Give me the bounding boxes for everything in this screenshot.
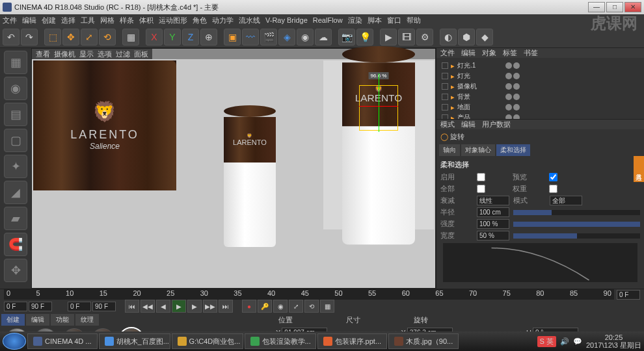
object-row[interactable]: ▸摄像机 <box>439 81 641 92</box>
falloff-field[interactable] <box>477 196 509 205</box>
tray-icon[interactable]: 🔊 <box>560 337 569 346</box>
object-row[interactable]: ▸灯光.1 <box>439 60 641 71</box>
menu-item[interactable]: 文件 <box>3 16 17 25</box>
taskbar-item[interactable]: 胡桃木_百度图... <box>99 333 170 349</box>
extra-tool-3[interactable]: ◆ <box>476 29 493 46</box>
model-mode-button[interactable]: ◉ <box>4 77 27 100</box>
key-scale-button[interactable]: ⤢ <box>289 300 303 313</box>
radius-field[interactable] <box>477 207 509 217</box>
minimize-button[interactable]: — <box>588 2 605 12</box>
viewport-tab[interactable]: 查看 <box>36 49 50 59</box>
point-mode-button[interactable]: ✦ <box>4 155 27 178</box>
make-editable-button[interactable]: ▦ <box>4 51 27 74</box>
material-tab[interactable]: 纹理 <box>75 314 99 326</box>
goto-start-button[interactable]: ⏮ <box>125 300 139 313</box>
menu-item[interactable]: 脚本 <box>368 16 382 25</box>
extra-tool-2[interactable]: ⬢ <box>458 29 475 46</box>
viewport[interactable]: 查看摄像机显示选项过滤面板 🦁 LARENTO Salience 🦁LARENT… <box>31 48 436 289</box>
menu-item[interactable]: 选择 <box>61 16 75 25</box>
objmgr-tab[interactable]: 编辑 <box>461 48 476 58</box>
material-tab[interactable]: 编辑 <box>26 314 49 326</box>
texture-mode-button[interactable]: ▤ <box>4 103 27 126</box>
play-button[interactable]: ▶ <box>172 300 186 313</box>
menu-item[interactable]: 渲染 <box>348 16 362 25</box>
edge-mode-button[interactable]: ◢ <box>4 181 27 204</box>
spline-tool[interactable]: 〰 <box>242 29 259 46</box>
key-pos-button[interactable]: ◉ <box>273 300 288 313</box>
maximize-button[interactable]: □ <box>606 2 623 12</box>
object-manager[interactable]: ▸灯光.1▸灯光▸摄像机▸背景▸地面▸产品▸上▸纸质▸下 <box>436 58 644 119</box>
redo-button[interactable]: ↷ <box>21 29 38 46</box>
taskbar-item[interactable]: 木质.jpg（90... <box>388 333 459 349</box>
width-field[interactable] <box>477 231 509 240</box>
menu-item[interactable]: 帮助 <box>407 16 421 25</box>
attr-tab[interactable]: 柔和选择 <box>496 144 530 156</box>
attr-menu-item[interactable]: 用户数据 <box>482 120 511 129</box>
side-tab[interactable]: 道具 <box>634 156 644 182</box>
attr-tab[interactable]: 轴向 <box>439 144 460 156</box>
extra-tool-1[interactable]: ◐ <box>440 29 457 46</box>
camera-tool[interactable]: 📷 <box>338 29 355 46</box>
environment-tool[interactable]: ☁ <box>315 29 332 46</box>
poly-mode-button[interactable]: ▰ <box>4 207 27 230</box>
menu-item[interactable]: 网格 <box>100 16 114 25</box>
strength-field[interactable] <box>477 219 509 229</box>
viewport-tab[interactable]: 显示 <box>79 49 94 59</box>
render-settings[interactable]: ⚙ <box>416 29 433 46</box>
clapper-icon[interactable]: 🎬 <box>260 29 277 46</box>
enable-checkbox[interactable] <box>477 173 485 181</box>
menu-item[interactable]: 体积 <box>139 16 154 25</box>
render-picture[interactable]: 🎞 <box>398 29 415 46</box>
record-button[interactable]: ● <box>242 300 256 313</box>
menu-item[interactable]: 运动图形 <box>159 16 187 25</box>
objmgr-tab[interactable]: 对象 <box>482 48 496 58</box>
material-tab[interactable]: 创建 <box>1 314 25 326</box>
menu-item[interactable]: 角色 <box>193 16 207 25</box>
all-checkbox[interactable] <box>477 185 485 193</box>
clock[interactable]: 20:25 2017\12\3 星期日 <box>586 333 641 349</box>
range-cur2[interactable] <box>68 302 91 311</box>
axis-mode-button[interactable]: ✥ <box>4 259 27 282</box>
viewport-tab[interactable]: 选项 <box>98 49 112 59</box>
key-param-button[interactable]: ▦ <box>320 300 334 313</box>
light-tool[interactable]: 💡 <box>356 29 373 46</box>
menu-item[interactable]: 工具 <box>81 16 95 25</box>
generator-tool[interactable]: ◈ <box>278 29 295 46</box>
objmgr-tab[interactable]: 文件 <box>440 48 455 58</box>
y-axis-toggle[interactable]: Y <box>164 29 181 46</box>
autokey-button[interactable]: 🔑 <box>258 300 272 313</box>
menu-item[interactable]: 动力学 <box>212 16 234 25</box>
taskbar-item[interactable]: CINEMA 4D ... <box>27 333 98 349</box>
attr-tab[interactable]: 对象轴心 <box>461 144 495 156</box>
z-axis-toggle[interactable]: Z <box>182 29 199 46</box>
menu-item[interactable]: RealFlow <box>313 16 343 24</box>
key-rot-button[interactable]: ⟲ <box>304 300 319 313</box>
menu-item[interactable]: 编辑 <box>22 16 36 25</box>
timeline-current[interactable] <box>617 290 640 300</box>
history-button[interactable]: ▦ <box>122 29 139 46</box>
object-row[interactable]: ▸背景 <box>439 92 641 102</box>
goto-end-button[interactable]: ⏭ <box>219 300 233 313</box>
attr-menu-item[interactable]: 编辑 <box>461 120 476 129</box>
viewport-tab[interactable]: 摄像机 <box>54 49 75 59</box>
move-tool[interactable]: ✥ <box>62 29 79 46</box>
prev-frame-button[interactable]: ◀ <box>156 300 170 313</box>
rotate-tool[interactable]: ⟲ <box>99 29 116 46</box>
select-tool[interactable]: ⬚ <box>44 29 61 46</box>
object-row[interactable]: ▸地面 <box>439 102 641 112</box>
ime-indicator[interactable]: S 英 <box>537 336 556 347</box>
weight-checkbox[interactable] <box>549 185 557 193</box>
radius-slider[interactable] <box>513 210 640 215</box>
menu-item[interactable]: 样条 <box>120 16 134 25</box>
render-view[interactable]: ▶ <box>380 29 397 46</box>
attr-menu-item[interactable]: 模式 <box>440 120 455 129</box>
objmgr-tab[interactable]: 标签 <box>503 48 517 58</box>
deformer-tool[interactable]: ◉ <box>297 29 314 46</box>
cube-primitive[interactable]: ▣ <box>224 29 241 46</box>
scale-tool[interactable]: ⤢ <box>81 29 98 46</box>
x-axis-toggle[interactable]: X <box>146 29 163 46</box>
prev-key-button[interactable]: ◀◀ <box>141 300 155 313</box>
next-key-button[interactable]: ▶▶ <box>203 300 217 313</box>
menu-item[interactable]: 窗口 <box>387 16 401 25</box>
objmgr-tab[interactable]: 书签 <box>524 48 538 58</box>
